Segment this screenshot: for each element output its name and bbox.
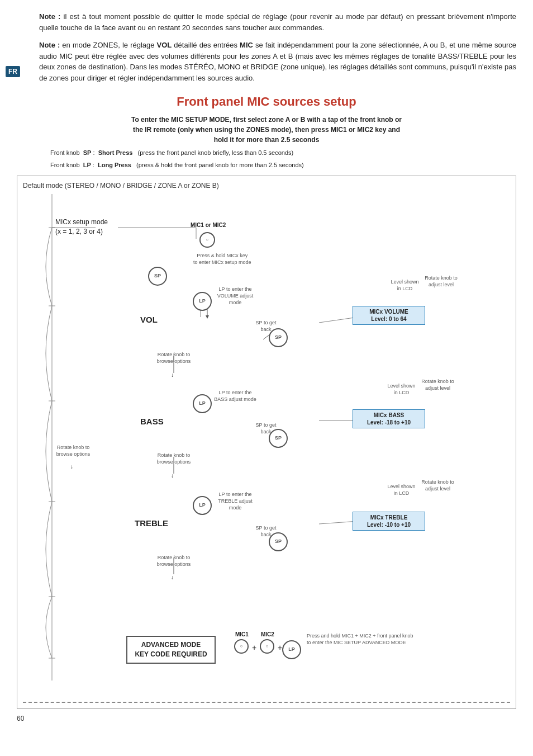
level-lcd-bass: Level shown in LCD — [386, 383, 417, 396]
lp-knob-vol: LP — [193, 292, 212, 311]
note-2: Note : en mode ZONES, le réglage VOL dét… — [39, 40, 516, 83]
note-1: Note : il est à tout moment possible de … — [39, 11, 516, 33]
default-mode-label: Default mode (STEREO / MONO / BRIDGE / Z… — [23, 182, 510, 190]
note2-mic: MIC — [240, 41, 253, 49]
mic2-knob: ○ — [260, 639, 274, 654]
note2-vol: VOL — [157, 41, 172, 49]
micx-volume-box: MICx VOLUME Level: 0 to 64 — [353, 306, 425, 325]
sp-back-bass: SP to get back — [252, 422, 280, 435]
lp-knob-bass: LP — [193, 394, 212, 413]
language-badge: FR — [6, 66, 20, 77]
sp-back-vol: SP to get back — [252, 320, 280, 333]
micx-treble-box: MICx TREBLE Level: -10 to +10 — [353, 512, 425, 531]
mic12-label: MIC1 or MIC2 — [191, 222, 226, 228]
rotate-browse-bass-l: Rotate knob to browse options — [54, 445, 93, 457]
diagram-container: Default mode (STEREO / MONO / BRIDGE / Z… — [17, 176, 516, 709]
vol-label: VOL — [140, 315, 158, 324]
instruction-text: To enter the MIC SETUP MODE, first selec… — [17, 115, 516, 145]
rotate-adjust-vol: Rotate knob to adjust level — [423, 275, 459, 288]
rotate-adjust-treble: Rotate knob to adjust level — [420, 479, 456, 492]
rotate-browse-treble: Rotate knob to browse options — [154, 555, 193, 568]
mic12-sub: Press & hold MICx key to enter MICx setu… — [193, 253, 251, 266]
page-number: 60 — [17, 715, 516, 722]
mic-knob-top: ○ — [199, 232, 215, 248]
lp-knob-adv: LP — [282, 640, 301, 659]
note2-text2: détaillé des entrées — [172, 41, 240, 49]
level-lcd-vol: Level shown in LCD — [389, 279, 420, 292]
legend-1: Front knob SP : Short Press (press the f… — [50, 148, 516, 158]
mic2-label: MIC2 — [261, 631, 274, 637]
adv-annotation: Press and hold MIC1 + MIC2 + front panel… — [307, 633, 418, 646]
lp-bass-annotation: LP to enter the BASS adjust mode — [213, 390, 258, 403]
lp-treble-annotation: LP to enter the TREBLE adjust mode — [213, 492, 258, 511]
legend-2: Front knob LP : Long Press (press & hold… — [50, 160, 516, 171]
diagram-main: MICx setup mode (x = 1, 2, 3 or 4) MIC1 … — [23, 194, 510, 697]
mic1-label: MIC1 — [235, 631, 249, 637]
note1-text: il est à tout moment possible de quitter… — [39, 12, 516, 32]
note1-label: Note : — [39, 12, 60, 21]
lp-vol-annotation: LP to enter the VOLUME adjust mode — [213, 286, 258, 306]
note2-label: Note : — [39, 41, 60, 49]
bass-label: BASS — [140, 417, 164, 426]
micx-setup-label: MICx setup mode (x = 1, 2, 3 or 4) — [55, 218, 108, 237]
rotate-browse-bass-c: Rotate knob to browse options — [154, 452, 193, 465]
micx-bass-box: MICx BASS Level: -18 to +10 — [353, 409, 425, 428]
rotate-adjust-bass: Rotate knob to adjust level — [420, 379, 456, 391]
mic1-knob: ○ — [234, 639, 249, 654]
sp-knob-top: SP — [148, 267, 167, 286]
diagram-svg — [23, 194, 510, 697]
level-lcd-treble: Level shown in LCD — [386, 484, 417, 497]
treble-label: TREBLE — [135, 518, 168, 528]
note2-text: en mode ZONES, le réglage — [60, 41, 156, 49]
lp-knob-treble: LP — [193, 496, 212, 515]
advanced-mode-box: ADVANCED MODE KEY CODE REQUIRED — [126, 636, 216, 664]
rotate-browse-vol: Rotate knob to browse options — [154, 352, 193, 365]
sp-back-treble: SP to get back — [252, 525, 280, 538]
dashed-separator — [23, 702, 510, 703]
section-title: Front panel MIC sources setup — [17, 94, 516, 109]
